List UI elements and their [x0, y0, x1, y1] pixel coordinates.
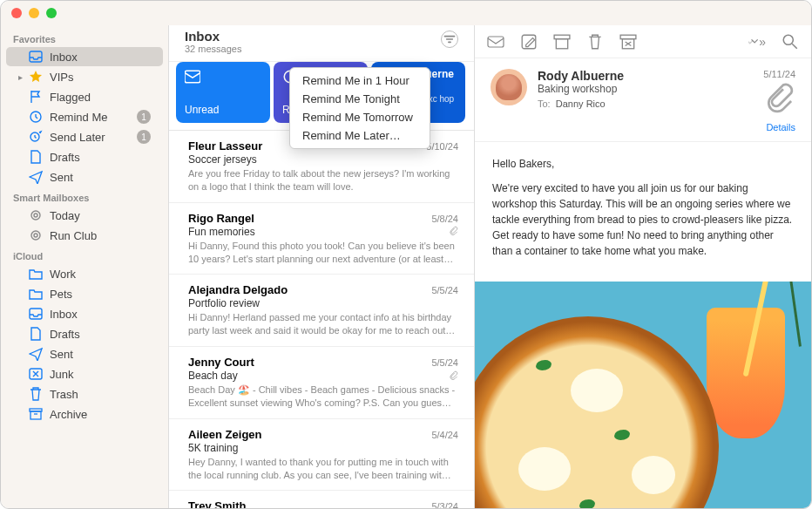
sidebar-item-today[interactable]: ▸Today: [6, 206, 163, 225]
reader-subject: Baking workshop: [538, 83, 753, 95]
search-icon[interactable]: [782, 33, 799, 51]
message-date: 5/5/24: [431, 357, 458, 368]
sidebar-item-remind[interactable]: ▸Remind Me1: [6, 107, 163, 126]
reply-icon[interactable]: [487, 33, 504, 51]
menu-item[interactable]: Remind Me Later…: [290, 126, 430, 145]
sidebar-section-label: Favorites: [1, 29, 168, 46]
paperplane-icon: [29, 347, 43, 361]
sidebar-item-inbox[interactable]: ▸Inbox: [6, 47, 163, 66]
unread-tile[interactable]: Unread: [176, 62, 270, 123]
mailbox-title: Inbox: [185, 29, 441, 44]
reader-body: Hello Bakers, We're very excited to have…: [475, 142, 811, 282]
sidebar-item-junk[interactable]: ▸Junk: [6, 364, 163, 383]
sidebar-item-sendlater[interactable]: ▸Send Later1: [6, 127, 163, 146]
message-row[interactable]: Aileen Zeigen5/4/245K trainingHey Danny,…: [169, 419, 474, 492]
disclosure-triangle-icon[interactable]: ▸: [18, 72, 27, 82]
sidebar-item-label: Trash: [50, 388, 151, 401]
sidebar-item-sent[interactable]: ▸Sent: [6, 167, 163, 187]
message-row[interactable]: Jenny Court5/5/24Beach dayBeach Day 🏖️ -…: [169, 347, 474, 419]
sidebar-item-label: Pets: [50, 288, 151, 301]
reader-date: 5/11/24: [763, 69, 795, 79]
message-list[interactable]: Fleur Lasseur5/10/24Soccer jerseysAre yo…: [169, 131, 474, 508]
menu-item[interactable]: Remind Me Tomorrow: [290, 108, 430, 126]
sidebar-item-runclub[interactable]: ▸Run Club: [6, 226, 163, 245]
message-row[interactable]: Rigo Rangel5/8/24Fun memoriesHi Danny, F…: [169, 203, 474, 275]
sidebar-item-label: Run Club: [50, 229, 151, 242]
zoom-window-button[interactable]: [46, 8, 57, 18]
svg-rect-16: [556, 38, 567, 48]
junk-icon[interactable]: [619, 33, 637, 51]
sidebar-item-label: Send Later: [50, 131, 137, 144]
message-sender: Trev Smith: [188, 499, 246, 508]
attachment-icon: [763, 81, 795, 115]
sidebar-item-vips[interactable]: ▸VIPs: [6, 67, 163, 86]
reader-toolbar: »: [475, 25, 811, 58]
sender-avatar[interactable]: [491, 69, 527, 105]
sidebar-item-label: Remind Me: [50, 111, 137, 124]
close-window-button[interactable]: [11, 8, 22, 18]
sidebar-item-pets[interactable]: ▸Pets: [6, 284, 163, 303]
message-subject: Beach day: [188, 370, 238, 382]
star-yellow-icon: [29, 70, 43, 84]
sidebar-item-label: Work: [50, 268, 151, 281]
message-date: 5/10/24: [426, 141, 458, 152]
gear-icon: [29, 228, 43, 242]
sidebar-item-label: Today: [50, 209, 151, 222]
sidebar-item-label: Inbox: [50, 308, 151, 321]
svg-point-4: [34, 214, 37, 217]
sidebar-item-drafts[interactable]: ▸Drafts: [6, 147, 163, 166]
svg-point-5: [31, 231, 40, 240]
filter-button[interactable]: [441, 31, 458, 48]
message-preview: Hi Danny, Found this photo you took! Can…: [188, 240, 458, 266]
message-preview: Hey Danny, I wanted to thank you for put…: [188, 456, 458, 482]
doc-icon: [29, 150, 43, 164]
pizza: [475, 316, 719, 508]
message-row[interactable]: Alejandra Delgado5/5/24Portfolio reviewH…: [169, 275, 474, 347]
svg-rect-13: [488, 37, 504, 47]
message-row[interactable]: Trev Smith5/3/24Illustration referenceHi…: [169, 491, 474, 508]
message-preview: Beach Day 🏖️ - Chill vibes - Beach games…: [188, 383, 458, 410]
compose-icon[interactable]: [520, 33, 538, 51]
details-link[interactable]: Details: [763, 122, 795, 132]
svg-rect-10: [30, 411, 41, 419]
archive-icon[interactable]: [553, 33, 571, 51]
sidebar-item-icdrafts[interactable]: ▸Drafts: [6, 324, 163, 343]
reader-pane: » Rody Albuerne Baking workshop To: Dann…: [475, 25, 811, 508]
sidebar-item-label: Inbox: [50, 51, 151, 64]
window-titlebar: [1, 1, 811, 25]
message-preview: Hi Danny! Herland passed me your contact…: [188, 311, 458, 337]
message-sender: Jenny Court: [188, 356, 254, 369]
message-list-pane: Inbox 32 messages Unread Rem Rody Albuer…: [168, 25, 475, 508]
paperplane-icon: [29, 170, 43, 184]
menu-item[interactable]: Remind Me in 1 Hour: [290, 71, 430, 90]
message-subject: 5K training: [188, 442, 238, 454]
xbox-icon: [29, 367, 43, 381]
sidebar-item-label: Archive: [50, 408, 151, 421]
message-sender: Aileen Zeigen: [188, 428, 262, 441]
message-sender: Alejandra Delgado: [188, 283, 288, 296]
sidebar-item-icinbox[interactable]: ▸Inbox: [6, 304, 163, 323]
message-count: 32 messages: [185, 44, 441, 54]
tile-label: Unread: [185, 104, 261, 116]
sidebar-item-flagged[interactable]: ▸Flagged: [6, 87, 163, 106]
more-icon[interactable]: »: [748, 33, 766, 51]
message-sender: Fleur Lasseur: [188, 139, 262, 153]
svg-point-6: [34, 234, 37, 237]
sidebar-item-icsent[interactable]: ▸Sent: [6, 344, 163, 363]
reader-from: Rody Albuerne: [538, 69, 753, 83]
trash-icon[interactable]: [586, 33, 604, 51]
sidebar-item-archive[interactable]: ▸Archive: [6, 404, 163, 424]
clock-send-icon: [29, 130, 43, 144]
attachment-icon: [449, 226, 458, 237]
menu-item[interactable]: Remind Me Tonight: [290, 90, 430, 108]
sidebar-section-label: iCloud: [1, 246, 168, 263]
sidebar-item-label: Sent: [50, 171, 151, 184]
flag-icon: [29, 90, 43, 104]
sidebar-item-work[interactable]: ▸Work: [6, 264, 163, 283]
message-image: [475, 282, 811, 508]
sidebar-badge: 1: [137, 110, 151, 124]
reader-to: To: Danny Rico: [538, 98, 753, 109]
sidebar-badge: 1: [137, 130, 151, 144]
sidebar-item-trash[interactable]: ▸Trash: [6, 384, 163, 404]
minimize-window-button[interactable]: [29, 8, 39, 18]
